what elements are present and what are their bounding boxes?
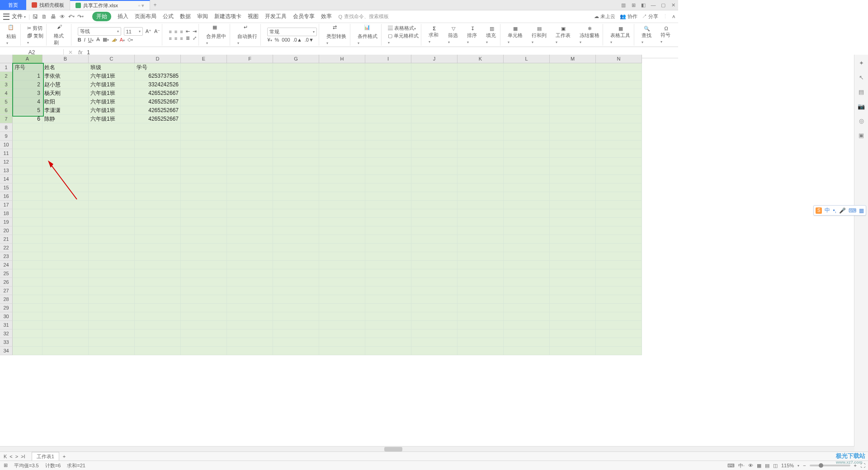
maximize-icon[interactable]: ▢ xyxy=(660,2,666,8)
cell[interactable] xyxy=(365,98,411,106)
cell[interactable] xyxy=(319,158,365,166)
cell[interactable] xyxy=(550,132,596,141)
cell[interactable]: 六年级1班 xyxy=(89,80,135,89)
cell[interactable] xyxy=(550,244,596,252)
cell[interactable] xyxy=(319,201,365,209)
cell[interactable] xyxy=(89,123,135,132)
cell[interactable] xyxy=(504,278,550,287)
cell[interactable] xyxy=(181,226,227,235)
cell[interactable] xyxy=(273,244,319,252)
cell[interactable] xyxy=(458,218,504,226)
cell[interactable] xyxy=(135,329,181,338)
cell[interactable] xyxy=(13,158,42,166)
align-justify-icon[interactable]: ≣ xyxy=(186,35,190,41)
cell[interactable] xyxy=(504,287,550,295)
cell[interactable] xyxy=(227,106,273,115)
command-search[interactable]: Q查找命令、搜索模板 xyxy=(338,13,389,20)
cell[interactable] xyxy=(458,183,504,192)
cell[interactable] xyxy=(227,192,273,201)
cell[interactable] xyxy=(135,304,181,312)
cell[interactable] xyxy=(504,338,550,347)
cell[interactable] xyxy=(550,115,596,123)
cell[interactable] xyxy=(13,295,42,304)
cell[interactable] xyxy=(319,252,365,261)
cell[interactable] xyxy=(181,269,227,278)
cell[interactable] xyxy=(411,132,458,141)
tab-home[interactable]: 首页 xyxy=(0,0,26,10)
cell[interactable] xyxy=(458,252,504,261)
cell[interactable] xyxy=(596,192,642,201)
cell[interactable] xyxy=(504,201,550,209)
cell[interactable] xyxy=(458,166,504,175)
cell[interactable] xyxy=(227,158,273,166)
cell[interactable] xyxy=(550,63,596,72)
cell[interactable] xyxy=(89,304,135,312)
cell[interactable] xyxy=(181,278,227,287)
cell[interactable] xyxy=(411,226,458,235)
cell[interactable] xyxy=(411,183,458,192)
cell-style-button[interactable]: ▢ 单元格样式▾ xyxy=(388,33,419,45)
italic-icon[interactable]: I xyxy=(84,37,85,42)
cell[interactable] xyxy=(596,261,642,269)
tab-review[interactable]: 审阅 xyxy=(197,13,208,20)
cell[interactable] xyxy=(273,149,319,158)
cell[interactable] xyxy=(504,175,550,183)
cell[interactable] xyxy=(411,347,458,355)
cell[interactable] xyxy=(181,149,227,158)
cell[interactable] xyxy=(596,244,642,252)
strike-icon[interactable]: A̶ xyxy=(96,37,100,42)
cell[interactable] xyxy=(273,63,319,72)
cell[interactable] xyxy=(365,123,411,132)
tab-current-doc[interactable]: 共享工作簿.xlsx▫ ▾ xyxy=(70,0,150,10)
cell[interactable] xyxy=(89,329,135,338)
cell[interactable] xyxy=(411,235,458,244)
cell[interactable] xyxy=(596,115,642,123)
cell[interactable] xyxy=(181,295,227,304)
cell[interactable] xyxy=(273,201,319,209)
cond-format-button[interactable]: 📊条件格式▾ xyxy=(357,24,379,45)
cell[interactable] xyxy=(550,183,596,192)
cell[interactable] xyxy=(504,192,550,201)
cell[interactable] xyxy=(181,304,227,312)
cell[interactable] xyxy=(135,158,181,166)
cell[interactable] xyxy=(550,261,596,269)
cell[interactable]: 欧阳 xyxy=(42,98,89,106)
cell[interactable] xyxy=(504,149,550,158)
row-header[interactable]: 10 xyxy=(0,141,13,149)
cell[interactable] xyxy=(596,63,642,72)
cell[interactable] xyxy=(273,115,319,123)
cell[interactable] xyxy=(596,89,642,98)
cell[interactable] xyxy=(365,295,411,304)
cut-button[interactable]: ✂ 剪切 xyxy=(27,25,42,32)
cell[interactable] xyxy=(273,261,319,269)
cell[interactable] xyxy=(273,321,319,329)
align-right-icon[interactable]: ≡ xyxy=(180,36,183,41)
cell[interactable] xyxy=(135,269,181,278)
cell[interactable] xyxy=(273,183,319,192)
cell[interactable] xyxy=(365,347,411,355)
cell[interactable] xyxy=(550,175,596,183)
cell[interactable] xyxy=(273,269,319,278)
tab-insert[interactable]: 插入 xyxy=(118,13,128,20)
cell[interactable] xyxy=(411,201,458,209)
cell[interactable]: 六年级1班 xyxy=(89,98,135,106)
col-header[interactable]: B xyxy=(42,55,89,63)
cell[interactable] xyxy=(42,312,89,321)
copy-button[interactable]: 🗐 复制▾ xyxy=(27,33,44,45)
tab-add[interactable]: + xyxy=(150,0,160,10)
cell[interactable] xyxy=(319,278,365,287)
cell[interactable] xyxy=(365,63,411,72)
merge-button[interactable]: ▦合并居中▾ xyxy=(205,24,228,45)
cell[interactable] xyxy=(273,338,319,347)
col-header[interactable]: H xyxy=(319,55,365,63)
cell[interactable] xyxy=(135,218,181,226)
cell[interactable] xyxy=(319,63,365,72)
cell[interactable] xyxy=(504,252,550,261)
col-header[interactable]: G xyxy=(273,55,319,63)
cell[interactable] xyxy=(181,63,227,72)
cell[interactable] xyxy=(89,269,135,278)
percent-icon[interactable]: % xyxy=(275,37,279,42)
cell[interactable] xyxy=(13,132,42,141)
tab-menu-icon[interactable]: ▫ ▾ xyxy=(138,3,144,9)
cell[interactable] xyxy=(42,261,89,269)
